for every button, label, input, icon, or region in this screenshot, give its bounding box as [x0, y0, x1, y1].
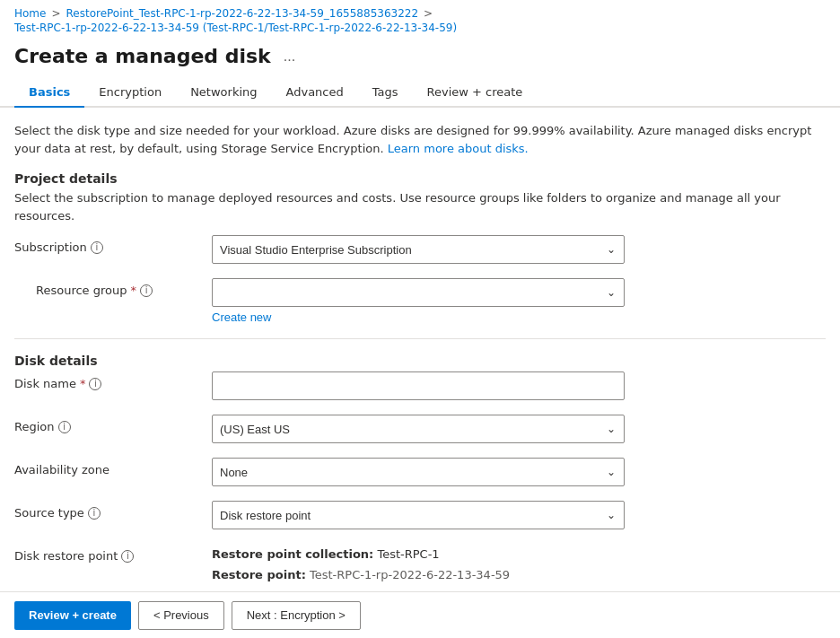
content-area: Select the disk type and size needed for… — [0, 108, 840, 628]
disk-name-required-star: * — [80, 377, 86, 390]
previous-button[interactable]: < Previous — [138, 601, 224, 630]
availability-zone-control: None ⌄ — [212, 458, 625, 486]
disk-restore-point-label: Disk restore point i — [14, 544, 212, 563]
breadcrumb-sep-1: > — [51, 7, 60, 20]
source-type-info-icon[interactable]: i — [88, 507, 101, 520]
disk-details-title: Disk details — [14, 354, 826, 368]
region-select-wrapper: (US) East US ⌄ — [212, 415, 625, 443]
region-label: Region i — [14, 415, 212, 433]
resource-group-control: ⌄ Create new — [212, 278, 625, 324]
ellipsis-button[interactable]: ... — [278, 47, 301, 66]
source-type-control: Disk restore point ⌄ — [212, 501, 625, 529]
restore-collection: Restore point collection: Test-RPC-1 — [212, 544, 625, 564]
resource-group-required-star: * — [131, 284, 137, 297]
region-select[interactable]: (US) East US — [212, 415, 625, 443]
tab-tags[interactable]: Tags — [358, 78, 413, 108]
page-header: Create a managed disk ... — [0, 41, 840, 78]
subscription-select-wrapper: Visual Studio Enterprise Subscription ⌄ — [212, 235, 625, 264]
disk-name-control — [212, 371, 625, 400]
subscription-control: Visual Studio Enterprise Subscription ⌄ — [212, 235, 625, 264]
breadcrumb-rpc[interactable]: Test-RPC-1-rp-2022-6-22-13-34-59 (Test-R… — [14, 22, 457, 34]
tabs-container: Basics Encryption Networking Advanced Ta… — [0, 78, 840, 108]
disk-name-label: Disk name * i — [14, 371, 212, 390]
tab-basics[interactable]: Basics — [14, 78, 84, 108]
source-type-select[interactable]: Disk restore point — [212, 501, 625, 529]
restore-point: Restore point: Test-RPC-1-rp-2022-6-22-1… — [212, 564, 625, 585]
resource-group-select-wrapper: ⌄ — [212, 278, 625, 307]
resource-group-row: Resource group * i ⌄ Create new — [14, 278, 826, 324]
resource-group-label: Resource group * i — [14, 278, 212, 297]
region-row: Region i (US) East US ⌄ — [14, 415, 826, 443]
resource-group-select[interactable] — [212, 278, 625, 307]
learn-more-link[interactable]: Learn more about disks. — [388, 142, 529, 155]
disk-name-input[interactable] — [212, 371, 625, 400]
project-details-title: Project details — [14, 171, 826, 186]
source-type-row: Source type i Disk restore point ⌄ — [14, 501, 826, 529]
region-info-icon[interactable]: i — [58, 421, 71, 433]
subscription-select[interactable]: Visual Studio Enterprise Subscription — [212, 235, 625, 264]
tab-networking[interactable]: Networking — [176, 78, 271, 108]
breadcrumb-home[interactable]: Home — [14, 7, 46, 20]
review-create-button[interactable]: Review + create — [14, 601, 131, 630]
resource-group-info-icon[interactable]: i — [140, 284, 153, 297]
tab-review-create[interactable]: Review + create — [413, 78, 538, 108]
availability-zone-row: Availability zone None ⌄ — [14, 458, 826, 486]
breadcrumb: Home > RestorePoint_Test-RPC-1-rp-2022-6… — [0, 0, 840, 41]
availability-zone-select[interactable]: None — [212, 458, 625, 486]
region-control: (US) East US ⌄ — [212, 415, 625, 443]
source-type-label: Source type i — [14, 501, 212, 520]
next-button[interactable]: Next : Encryption > — [232, 601, 361, 630]
disk-details-divider — [14, 338, 826, 339]
disk-description: Select the disk type and size needed for… — [14, 122, 826, 157]
disk-restore-point-info-icon[interactable]: i — [121, 550, 134, 563]
source-type-select-wrapper: Disk restore point ⌄ — [212, 501, 625, 529]
bottom-bar: Review + create < Previous Next : Encryp… — [0, 591, 840, 638]
create-new-resource-group-button[interactable]: Create new — [212, 310, 271, 324]
availability-zone-label: Availability zone — [14, 458, 212, 476]
subscription-info-icon[interactable]: i — [91, 241, 103, 254]
breadcrumb-restore-point[interactable]: RestorePoint_Test-RPC-1-rp-2022-6-22-13-… — [66, 7, 419, 20]
subscription-row: Subscription i Visual Studio Enterprise … — [14, 235, 826, 264]
tab-advanced[interactable]: Advanced — [272, 78, 358, 108]
subscription-label: Subscription i — [14, 235, 212, 254]
availability-zone-select-wrapper: None ⌄ — [212, 458, 625, 486]
disk-name-row: Disk name * i — [14, 371, 826, 400]
breadcrumb-sep-2: > — [424, 7, 433, 20]
page-title: Create a managed disk — [14, 45, 271, 67]
tab-encryption[interactable]: Encryption — [84, 78, 176, 108]
project-details-desc: Select the subscription to manage deploy… — [14, 189, 826, 224]
disk-name-info-icon[interactable]: i — [89, 378, 101, 390]
